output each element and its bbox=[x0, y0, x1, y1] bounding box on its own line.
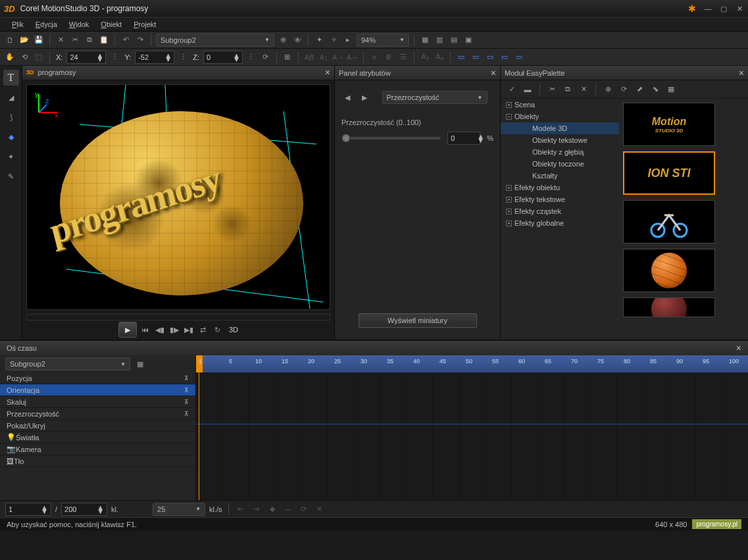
link-y-icon[interactable]: ⋮ bbox=[177, 51, 189, 63]
tl-btn3[interactable]: ◆ bbox=[266, 503, 278, 515]
viewport-canvas[interactable]: programosy x y z bbox=[26, 84, 330, 310]
delete-icon[interactable]: ✕ bbox=[55, 34, 66, 46]
tree-efekty-tekstowe[interactable]: +Efekty tekstowe bbox=[501, 193, 619, 205]
redo-icon[interactable]: ↷ bbox=[134, 34, 146, 46]
tree-scena[interactable]: +Scena bbox=[501, 99, 619, 111]
easy-close-icon[interactable]: × bbox=[739, 68, 744, 78]
tl-btn4[interactable]: ↔ bbox=[282, 503, 294, 515]
tree-efekty-globalne[interactable]: +Efekty globalne bbox=[501, 217, 619, 229]
rotate-icon[interactable]: ⟲ bbox=[18, 51, 30, 63]
view3-icon[interactable]: ▭ bbox=[484, 51, 496, 63]
prev-frame-button[interactable]: ◀▮ bbox=[154, 324, 166, 336]
fps-dropdown[interactable]: 25▼ bbox=[153, 503, 205, 516]
track-skaluj[interactable]: Skaluj⊼ bbox=[0, 396, 195, 408]
ep-folder-icon[interactable]: ▬ bbox=[522, 84, 534, 95]
track-tlo[interactable]: 🖼 Tło bbox=[0, 455, 195, 467]
thumbnail-4[interactable] bbox=[623, 249, 715, 292]
layout4-icon[interactable]: ▣ bbox=[462, 34, 474, 46]
txt3-icon[interactable]: A→ bbox=[332, 51, 344, 63]
new-icon[interactable]: 🗋 bbox=[4, 34, 16, 46]
tree-obiekty-toczone[interactable]: Obiekty toczone bbox=[501, 158, 619, 170]
ab1-icon[interactable]: Aᵦ bbox=[419, 51, 431, 63]
tree-obiekty-tekstowe[interactable]: Obiekty tekstowe bbox=[501, 134, 619, 146]
ep-grid-icon[interactable]: ▦ bbox=[665, 84, 677, 95]
timeline-close-icon[interactable]: × bbox=[736, 343, 741, 353]
open-icon[interactable]: 📂 bbox=[18, 34, 30, 46]
thumbnail-1[interactable]: MotionSTUDIO 3D bbox=[623, 103, 715, 146]
viewport-scrollbar[interactable] bbox=[26, 314, 330, 320]
menu-projekt[interactable]: Projekt bbox=[128, 18, 161, 30]
total-frames-input[interactable]: ▲▼ bbox=[61, 503, 107, 516]
timeline-tracks-area[interactable]: 1510152025303540455055606570758085909510… bbox=[196, 355, 748, 500]
timeline-list-icon[interactable]: ▦ bbox=[134, 358, 146, 370]
txt1-icon[interactable]: AB bbox=[303, 51, 315, 63]
measure-icon[interactable]: ⊞ bbox=[282, 51, 293, 63]
spark-icon[interactable]: ✧ bbox=[328, 34, 339, 46]
attr-next-icon[interactable]: ▶ bbox=[359, 91, 370, 103]
thumbnail-3[interactable] bbox=[623, 200, 715, 243]
txt2-icon[interactable]: A↕ bbox=[318, 51, 330, 63]
track-swiatla[interactable]: 💡 Światła bbox=[0, 432, 195, 444]
save-icon[interactable]: 💾 bbox=[33, 34, 45, 46]
tree-obiekty[interactable]: −Obiekty bbox=[501, 111, 619, 122]
text-tool[interactable]: T bbox=[3, 70, 19, 86]
play-pause-button[interactable]: ▮▶ bbox=[168, 324, 180, 336]
ep-copy-icon[interactable]: ⧉ bbox=[562, 84, 574, 95]
tl-btn6[interactable]: ✕ bbox=[314, 503, 326, 515]
menu-widok[interactable]: Widok bbox=[64, 18, 95, 30]
attr-close-icon[interactable]: × bbox=[491, 68, 496, 78]
ep-refresh-icon[interactable]: ⟳ bbox=[618, 84, 630, 95]
opacity-slider[interactable] bbox=[341, 137, 441, 140]
timeline-dropdown[interactable]: Subgroup2▼ bbox=[5, 357, 130, 370]
align2-icon[interactable]: ≣ bbox=[383, 51, 395, 63]
tl-btn5[interactable]: ⟳ bbox=[298, 503, 310, 515]
track-przezroczystosc[interactable]: Przezroczystość⊼ bbox=[0, 408, 195, 420]
attr-prev-icon[interactable]: ◀ bbox=[341, 91, 353, 103]
ep-check-icon[interactable]: ✓ bbox=[506, 84, 518, 95]
paste-icon[interactable]: 📋 bbox=[98, 34, 110, 46]
first-frame-button[interactable]: ⏮ bbox=[139, 324, 151, 336]
link-z-icon[interactable]: ⋮ bbox=[245, 51, 257, 63]
view4-icon[interactable]: ▭ bbox=[499, 51, 511, 63]
tl-btn2[interactable]: ⇥ bbox=[251, 503, 262, 515]
tree-ksztalty[interactable]: Kształty bbox=[501, 170, 619, 182]
ep-import-icon[interactable]: ⬈ bbox=[634, 84, 645, 95]
tree-obiekty-glebia[interactable]: Obiekty z głębią bbox=[501, 146, 619, 158]
track-kamera[interactable]: 📷 Kamera bbox=[0, 444, 195, 455]
view5-icon[interactable]: ▭ bbox=[513, 51, 525, 63]
zoom-dropdown[interactable]: 94%▼ bbox=[357, 34, 409, 47]
cut-icon[interactable]: ✂ bbox=[69, 34, 81, 46]
undo-icon[interactable]: ↶ bbox=[120, 34, 132, 46]
tree-efekty-obiektu[interactable]: +Efekty obiektu bbox=[501, 182, 619, 193]
loop-button[interactable]: ⇄ bbox=[197, 324, 209, 336]
maximize-button[interactable]: ▢ bbox=[719, 4, 728, 13]
menu-plik[interactable]: Plik bbox=[7, 18, 29, 30]
select-icon[interactable]: ⬚ bbox=[33, 51, 45, 63]
object-tool[interactable]: ◆ bbox=[3, 129, 19, 145]
corel-icon[interactable]: ✱ bbox=[687, 4, 697, 13]
align3-icon[interactable]: ☰ bbox=[397, 51, 409, 63]
thumbnail-5[interactable] bbox=[623, 297, 715, 317]
effect-tool[interactable]: ✦ bbox=[3, 149, 19, 165]
view2-icon[interactable]: ▭ bbox=[470, 51, 482, 63]
z-input[interactable]: ▲▼ bbox=[203, 51, 243, 64]
frame-input[interactable]: ▲▼ bbox=[5, 503, 51, 516]
align1-icon[interactable]: ≡ bbox=[368, 51, 380, 63]
hand-icon[interactable]: ✋ bbox=[4, 51, 16, 63]
tree-efekty-czastek[interactable]: +Efekty cząstek bbox=[501, 205, 619, 217]
eye-icon[interactable]: 👁 bbox=[291, 34, 303, 46]
ep-delete-icon[interactable]: ✕ bbox=[578, 84, 589, 95]
view1-icon[interactable]: ▭ bbox=[455, 51, 467, 63]
play-small-icon[interactable]: ▸ bbox=[342, 34, 354, 46]
layout2-icon[interactable]: ▥ bbox=[434, 34, 445, 46]
menu-edycja[interactable]: Edycja bbox=[30, 18, 62, 30]
menu-obiekt[interactable]: Obiekt bbox=[95, 18, 127, 30]
viewport-close-icon[interactable]: × bbox=[325, 67, 330, 78]
close-button[interactable]: ✕ bbox=[735, 4, 744, 13]
shape-tool[interactable]: ◢ bbox=[3, 89, 19, 105]
edit-tool[interactable]: ✎ bbox=[3, 168, 19, 184]
minimize-button[interactable]: — bbox=[703, 4, 712, 13]
x-input[interactable]: ▲▼ bbox=[66, 51, 106, 64]
copy-icon[interactable]: ⧉ bbox=[84, 34, 95, 46]
track-pozycja[interactable]: Pozycja⊼ bbox=[0, 372, 195, 384]
